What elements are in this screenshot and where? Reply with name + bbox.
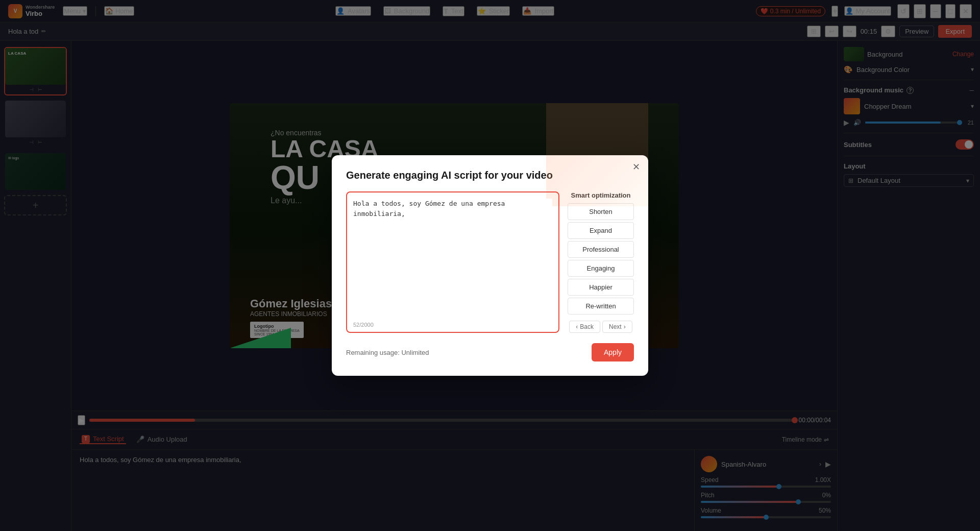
modal-body: Hola a todos, soy Gómez de una empresa i… [346, 191, 634, 333]
remaining-usage-text: Remaining usage: Unlimited [346, 349, 429, 356]
professional-button[interactable]: Professional [568, 241, 634, 258]
modal-title: Generate engaging AI script for your vid… [346, 170, 634, 181]
expand-button[interactable]: Expand [568, 222, 634, 239]
next-button[interactable]: Next › [602, 321, 632, 333]
engaging-button[interactable]: Engaging [568, 260, 634, 277]
shorten-button[interactable]: Shorten [568, 203, 634, 220]
back-button[interactable]: ‹ Back [569, 321, 600, 333]
smart-opt-title: Smart optimization [568, 191, 634, 199]
nav-buttons: ‹ Back Next › [568, 321, 634, 333]
happier-button[interactable]: Happier [568, 279, 634, 296]
modal-overlay: ✕ Generate engaging AI script for your v… [0, 0, 980, 531]
re-written-button[interactable]: Re-written [568, 298, 634, 315]
script-textarea-wrap: Hola a todos, soy Gómez de una empresa i… [346, 191, 559, 333]
ai-script-modal: ✕ Generate engaging AI script for your v… [332, 155, 648, 376]
modal-footer: Remaining usage: Unlimited Apply [346, 343, 634, 361]
smart-opt-panel: Smart optimization Shorten Expand Profes… [568, 191, 634, 333]
script-textarea[interactable]: Hola a todos, soy Gómez de una empresa i… [353, 199, 552, 291]
modal-close-button[interactable]: ✕ [632, 161, 640, 173]
char-count: 52/2000 [353, 322, 374, 328]
apply-button[interactable]: Apply [592, 343, 634, 361]
